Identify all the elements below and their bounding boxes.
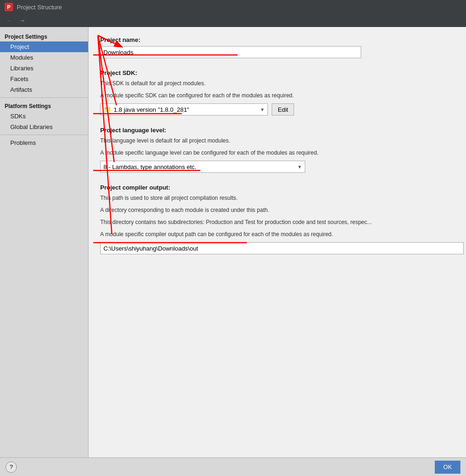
- project-language-section: Project language level: This language le…: [100, 127, 454, 173]
- sidebar-item-facets[interactable]: Facets: [0, 74, 88, 84]
- compiler-output-desc1: This path is used to store all project c…: [100, 194, 454, 202]
- project-name-title: Project name:: [100, 36, 454, 43]
- app-logo: P: [5, 3, 13, 11]
- language-level-value: 8 - Lambdas, type annotations etc.: [103, 163, 196, 170]
- language-level-dropdown[interactable]: 8 - Lambdas, type annotations etc. ▼: [100, 161, 305, 173]
- main-content: Project Settings Project Modules Librari…: [0, 27, 466, 457]
- project-settings-label: Project Settings: [0, 31, 88, 41]
- sidebar-item-artifacts[interactable]: Artifacts: [0, 84, 88, 95]
- project-language-title: Project language level:: [100, 127, 454, 134]
- sdk-row: 📁 1.8 java version "1.8.0_281" ▼ Edit: [100, 103, 454, 116]
- content-panel: Project name: Project SDK: This SDK is d…: [89, 27, 466, 457]
- project-sdk-section: Project SDK: This SDK is default for all…: [100, 69, 454, 116]
- sidebar-item-problems[interactable]: Problems: [0, 137, 88, 148]
- bottom-bar: ? OK: [0, 457, 466, 476]
- sdk-dropdown-arrow: ▼: [260, 107, 265, 112]
- sidebar-item-libraries[interactable]: Libraries: [0, 63, 88, 74]
- sidebar-item-project[interactable]: Project: [0, 41, 88, 52]
- ok-button[interactable]: OK: [435, 461, 460, 474]
- sidebar-divider: [0, 97, 88, 98]
- sdk-edit-button[interactable]: Edit: [272, 103, 294, 116]
- sidebar: Project Settings Project Modules Librari…: [0, 27, 89, 457]
- compiler-output-desc2: A directory corresponding to each module…: [100, 206, 454, 214]
- sidebar-item-modules[interactable]: Modules: [0, 52, 88, 63]
- sdk-value: 1.8 java version "1.8.0_281": [114, 106, 189, 113]
- sidebar-divider-2: [0, 135, 88, 135]
- project-sdk-title: Project SDK:: [100, 69, 454, 76]
- compiler-output-desc4: A module specific compiler output path c…: [100, 230, 454, 238]
- platform-settings-label: Platform Settings: [0, 100, 88, 111]
- project-language-desc2: A module specific language level can be …: [100, 149, 454, 157]
- forward-button[interactable]: →: [17, 16, 28, 25]
- sidebar-item-sdks[interactable]: SDKs: [0, 111, 88, 122]
- compiler-output-title: Project compiler output:: [100, 184, 454, 191]
- project-name-section: Project name:: [100, 36, 454, 58]
- back-button[interactable]: ←: [4, 16, 15, 25]
- project-sdk-desc1: This SDK is default for all project modu…: [100, 79, 454, 88]
- svg-text:P: P: [7, 4, 10, 10]
- nav-bar: ← →: [0, 14, 466, 27]
- title-text: Project Structure: [17, 4, 62, 11]
- title-bar: P Project Structure: [0, 0, 466, 14]
- language-dropdown-arrow: ▼: [297, 164, 302, 170]
- project-language-desc1: This language level is default for all p…: [100, 136, 454, 145]
- sidebar-item-global-libraries[interactable]: Global Libraries: [0, 122, 88, 132]
- help-button[interactable]: ?: [6, 462, 17, 473]
- project-sdk-desc2: A module specific SDK can be configured …: [100, 91, 454, 100]
- compiler-output-section: Project compiler output: This path is us…: [100, 184, 454, 254]
- project-name-input[interactable]: [100, 46, 361, 58]
- folder-icon: 📁: [103, 106, 111, 113]
- sdk-dropdown[interactable]: 📁 1.8 java version "1.8.0_281" ▼: [100, 103, 268, 116]
- compiler-output-input[interactable]: [100, 242, 464, 254]
- compiler-output-desc3: This directory contains two subdirectori…: [100, 218, 454, 226]
